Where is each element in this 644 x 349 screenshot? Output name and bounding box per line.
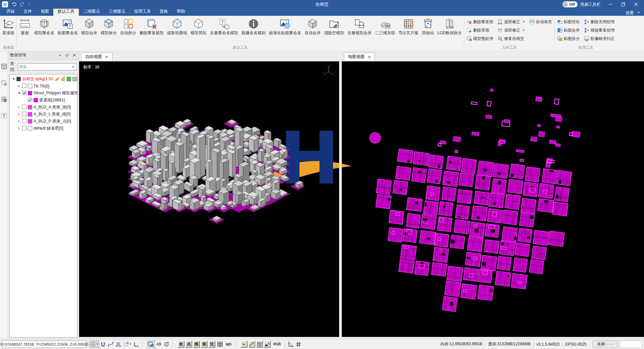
status-gray-swatch[interactable] [72,77,77,81]
ribbon-button[interactable]: T贴图重命名 [56,16,79,36]
ribbon-button[interactable]: 模型拆分 [99,16,118,36]
panel-close-icon[interactable] [71,53,77,58]
layer-color-swatch[interactable] [34,98,38,102]
sidebar-database-gear-button[interactable] [1,80,7,87]
ribbon-small-button[interactable]: 删除无用纹理 [584,18,615,25]
ribbon-button[interactable]: 基准面 [1,16,16,36]
perpendicular-button[interactable] [132,341,140,348]
tg-form-button[interactable] [256,341,263,348]
filter-button-3[interactable]: 面 [201,341,208,348]
ribbon-button[interactable]: 清除空模型 [322,16,346,36]
layer-checkbox[interactable] [28,98,32,103]
menu-tab-6[interactable]: 纹理工具 [130,8,155,16]
ribbon-small-button[interactable]: 自动填充 [529,18,552,25]
panel-dropdown-icon[interactable] [57,53,63,58]
tg-label-button[interactable]: T [264,341,271,348]
layer-checkbox[interactable] [22,91,26,96]
expander-closed-icon[interactable] [17,84,21,88]
ribbon-button[interactable]: 标准化贴图重命名 [267,16,303,36]
free-view-canvas[interactable] [79,61,339,337]
tree-row[interactable]: TK TK[0] [10,83,77,90]
layer-color-swatch[interactable] [28,112,32,116]
expander-closed-icon[interactable] [17,119,21,123]
tab-map-view-close-icon[interactable]: ✕ [368,55,371,59]
expander-closed-icon[interactable] [17,127,21,131]
status-green-swatch[interactable] [67,77,71,81]
map-viewport[interactable] [342,61,644,337]
rect-select-button[interactable]: ▼ [122,341,132,348]
cut-button[interactable] [115,341,122,348]
tg-diag-button[interactable] [248,341,255,348]
ribbon-small-button[interactable]: 修复自相交 [497,35,525,42]
tab-free-view[interactable]: 自由视图 ✕ [81,52,112,61]
ribbon-small-button[interactable]: 贴图优化 [557,18,580,25]
layer-checkbox[interactable] [22,105,26,110]
dropdown-arrow-icon[interactable]: ▼ [522,29,525,32]
ribbon-button[interactable]: 量测 [17,16,33,36]
search-input[interactable] [19,64,71,69]
filter-button-1[interactable]: 点 [185,341,192,348]
layer-color-swatch[interactable] [28,91,32,95]
tree-row[interactable]: A_BLD_L 房屋_线[0] [10,111,77,118]
ribbon-button[interactable]: 自动合并 [303,16,322,36]
ribbon-small-button[interactable]: 删除零面 [467,27,493,34]
menu-tab-7[interactable]: 质检 [155,8,172,16]
menu-tab-3[interactable]: 默认工具 [53,8,79,16]
sidebar-form-grid-button[interactable] [1,63,7,70]
minimize-button[interactable] [604,0,616,9]
expander-open-icon[interactable] [17,91,21,95]
menu-tab-0[interactable]: 开始 [2,8,19,16]
ribbon-small-button[interactable]: 底部修正▼ [497,18,525,25]
settings-button[interactable]: 设置 [626,10,634,16]
menu-tab-2[interactable]: 视图 [36,8,53,16]
display-button[interactable] [147,341,155,348]
restore-button[interactable] [617,0,629,9]
hash-grid-button[interactable] [295,341,303,348]
dropdown-arrow-icon[interactable]: ▼ [522,20,525,23]
sidebar-layer-thumbs-button[interactable] [1,96,7,103]
collapse-ribbon-icon[interactable] [637,11,641,15]
app-logo-icon[interactable]: D [2,1,8,7]
layer-color-swatch[interactable] [28,119,32,123]
expander-closed-icon[interactable] [17,112,21,116]
menu-tab-5[interactable]: 三维图元 [104,8,130,16]
layer-checkbox[interactable] [22,84,26,89]
redo-icon[interactable] [19,2,25,7]
lock-open-icon[interactable] [61,76,65,82]
menu-tab-4[interactable]: 二维图元 [79,8,104,16]
layer-checkbox[interactable] [22,112,26,117]
filter-button-4[interactable]: 注 [208,341,215,348]
snap-points-button[interactable]: ▼ [89,341,99,348]
ribbon-button[interactable]: T模型重命名 [33,16,56,36]
expander-open-icon[interactable] [11,77,15,81]
tg-vertex-button[interactable] [240,341,248,348]
expander-closed-icon[interactable] [17,105,21,109]
ribbon-small-button[interactable]: 贴图合并 [557,27,580,34]
undo-icon[interactable] [11,2,17,7]
ribbon-button[interactable]: 自动拆分 [118,16,138,36]
rotate-button[interactable] [163,341,170,348]
layer-checkbox[interactable] [22,119,26,124]
layer-checkbox[interactable] [22,126,26,131]
axis-gizmo[interactable]: z x y [322,63,336,77]
spline-button[interactable] [107,341,115,348]
tab-free-view-close-icon[interactable]: ✕ [105,55,108,59]
filter-button-0[interactable]: 全 [177,341,184,348]
close-button[interactable] [630,0,642,9]
ribbon-small-button[interactable]: 移除重复纹理 [584,27,615,34]
ribbon-button[interactable]: 新建命名规则 [240,16,267,36]
menu-tab-8[interactable]: 帮助 [172,8,190,16]
ribbon-button[interactable]: LODLOD数据拆分 [436,16,464,36]
wireframe-grid-button[interactable] [216,341,224,348]
tree-row[interactable]: Struct_Polygon 模型属性_ [10,90,77,97]
ribbon-small-button[interactable]: 顶部修正▼ [497,27,525,34]
edit-pencil-icon[interactable] [55,76,59,82]
viewport-divider[interactable] [339,51,342,337]
ribbon-button[interactable]: 导出瓦片集 [397,16,420,36]
ribbon-button[interactable]: 回收站 [420,16,436,36]
tab-map-view[interactable]: 地图视图 ✕ [344,52,375,61]
layer-color-swatch[interactable] [28,126,32,131]
tree-row[interactable]: 普通面[18681] [10,97,77,104]
magnet-button[interactable] [99,341,107,348]
ribbon-small-button[interactable]: 贴图拆分 [557,35,580,42]
